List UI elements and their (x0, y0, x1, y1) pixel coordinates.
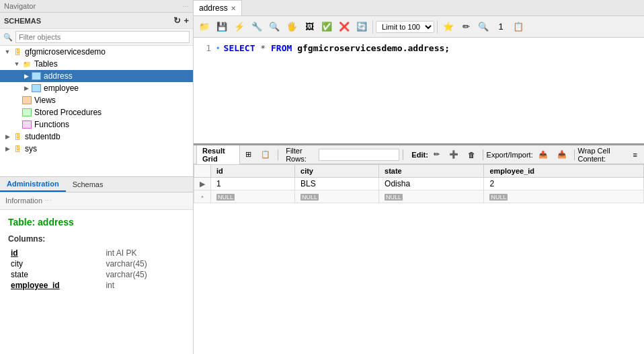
tree-item-views[interactable]: Views (0, 94, 193, 106)
grid-col-employee-id[interactable]: employee_id (484, 165, 644, 178)
arrow-icon: ▼ (3, 48, 12, 55)
form-icon-button[interactable]: 📋 (257, 149, 274, 160)
schemas-label: SCHEMAS (4, 17, 41, 25)
tree-label: gfgmicroservicesdemo (25, 47, 106, 57)
filter-rows-input[interactable] (319, 149, 399, 161)
edit-pencil-button[interactable]: ✏ (430, 149, 444, 160)
arrow-icon: ▶ (3, 133, 12, 140)
wrap-cell-button[interactable]: ≡ (629, 149, 641, 160)
edit-label: Edit: (411, 151, 428, 159)
navigator-label: Navigator (4, 2, 36, 10)
rollback-button[interactable]: ❌ (336, 19, 352, 35)
bookmark-button[interactable]: ⭐ (440, 19, 456, 35)
tree-label: Functions (34, 120, 69, 129)
admin-panel: Table: address Columns: id int AI PK cit… (0, 210, 193, 354)
new-row[interactable]: • NULL NULL NULL NULL (194, 190, 644, 203)
columns-label: Columns: (8, 234, 185, 244)
new-cell-id: NULL (211, 190, 295, 203)
arrow-icon: ▼ (12, 61, 22, 67)
search-button[interactable]: 🔍 (266, 19, 282, 35)
export-button[interactable]: 📤 (534, 149, 552, 160)
db-icon: 🗄 (12, 143, 23, 154)
col-type-city: varchar(45) (103, 258, 185, 269)
tree-label: studentdb (25, 132, 61, 141)
schema-add-icon[interactable]: + (184, 15, 189, 26)
grid-col-id[interactable]: id (211, 165, 295, 178)
cell-city[interactable]: BLS (295, 178, 379, 190)
execute-button[interactable]: ⚡ (231, 19, 247, 35)
tree-item-sys[interactable]: ▶ 🗄 sys (0, 143, 193, 155)
open-file-button[interactable]: 📁 (196, 19, 212, 35)
tab-administration[interactable]: Administration (0, 177, 66, 192)
cell-employee-id[interactable]: 2 (484, 178, 644, 190)
grid-header-marker (194, 165, 211, 178)
refresh-button[interactable]: 🔄 (354, 19, 370, 35)
format-button[interactable]: ✏ (458, 19, 474, 35)
view-icon (22, 95, 32, 106)
filter-rows-label: Filter Rows: (286, 147, 317, 163)
query-tab-label: address (199, 3, 228, 13)
tree-item-stored-procedures[interactable]: Stored Procedures (0, 106, 193, 118)
col-type-state: varchar(45) (103, 269, 185, 280)
table-title: Table: address (8, 217, 185, 227)
wrap-cell-label: Wrap Cell Content: (577, 147, 627, 163)
stop-button[interactable]: 🖐 (284, 19, 300, 35)
edit-add-button[interactable]: ➕ (445, 149, 462, 160)
grid-col-city[interactable]: city (295, 165, 379, 178)
col-name-employee-id: employee_id (11, 281, 60, 290)
tab-schemas[interactable]: Schemas (66, 177, 110, 192)
grid-col-state[interactable]: state (379, 165, 484, 178)
cell-id[interactable]: 1 (211, 178, 295, 190)
null-badge: NULL (489, 194, 508, 201)
save-button[interactable]: 💾 (214, 19, 230, 35)
result-grid-tab[interactable]: Result Grid (196, 145, 240, 164)
tree-label: Stored Procedures (34, 108, 102, 117)
result-grid-container: id city state employee_id ▶ 1 BLS Odisha… (194, 164, 644, 354)
query-tab-address[interactable]: address ✕ (194, 0, 242, 15)
tree-item-functions[interactable]: Functions (0, 118, 193, 131)
column-row-employee-id: employee_id int (8, 280, 185, 291)
grid-icon-button[interactable]: ⊞ (241, 149, 255, 160)
close-tab-button[interactable]: ✕ (231, 5, 236, 12)
navigator-header: Navigator ⋯ (0, 0, 193, 13)
sql-star: * (260, 43, 271, 53)
table-row[interactable]: ▶ 1 BLS Odisha 2 (194, 178, 644, 190)
import-button[interactable]: 🖼 (301, 19, 317, 35)
explain-button[interactable]: 🔧 (249, 19, 265, 35)
tree-item-gfgmicroservicesdemo[interactable]: ▼ 🗄 gfgmicroservicesdemo (0, 46, 193, 58)
results-toolbar: Result Grid ⊞ 📋 Filter Rows: Edit: ✏ ➕ 🗑… (194, 145, 644, 164)
results-sep-3 (483, 149, 483, 160)
tree-item-studentdb[interactable]: ▶ 🗄 studentdb (0, 131, 193, 143)
zoom-button[interactable]: 🔍 (475, 19, 491, 35)
limit-select[interactable]: Limit to 100 Limit to 500 No Limit (376, 21, 434, 33)
arrow-icon: ▶ (22, 85, 31, 92)
new-cell-state: NULL (379, 190, 484, 203)
export-import-label: Export/Import: (487, 151, 533, 159)
new-cell-city: NULL (295, 190, 379, 203)
tree-item-address[interactable]: ▶ address (0, 70, 193, 82)
results-area: Result Grid ⊞ 📋 Filter Rows: Edit: ✏ ➕ 🗑… (194, 145, 644, 354)
tree-label: employee (44, 83, 79, 93)
toolbar-separator-2 (437, 20, 438, 34)
import-button[interactable]: 📥 (553, 149, 571, 160)
tree-label: address (44, 71, 73, 81)
commit-button[interactable]: ✅ (319, 19, 335, 35)
new-row-marker: • (194, 190, 211, 203)
bottom-tabs: Administration Schemas (0, 176, 193, 192)
tree-label: sys (25, 144, 37, 153)
sql-editor[interactable]: 1 • SELECT * FROM gfgmicroservicesdemo.a… (194, 38, 644, 145)
results-sep-2 (403, 149, 403, 160)
tree-item-tables[interactable]: ▼ 📁 Tables (0, 58, 193, 70)
copy-button[interactable]: 📋 (510, 19, 526, 35)
page-button[interactable]: 1 (493, 19, 509, 35)
filter-input[interactable] (15, 31, 190, 43)
tree-item-employee[interactable]: ▶ employee (0, 82, 193, 94)
cell-state[interactable]: Odisha (379, 178, 484, 190)
schema-refresh-icon[interactable]: ↻ (173, 15, 181, 26)
col-type-employee-id: int (103, 280, 185, 291)
info-panel: Information ⋯ (0, 192, 193, 210)
filter-bar: 🔍 (0, 29, 193, 46)
query-tab-header: address ✕ (194, 0, 644, 16)
search-icon: 🔍 (3, 33, 13, 42)
edit-delete-button[interactable]: 🗑 (464, 149, 479, 160)
